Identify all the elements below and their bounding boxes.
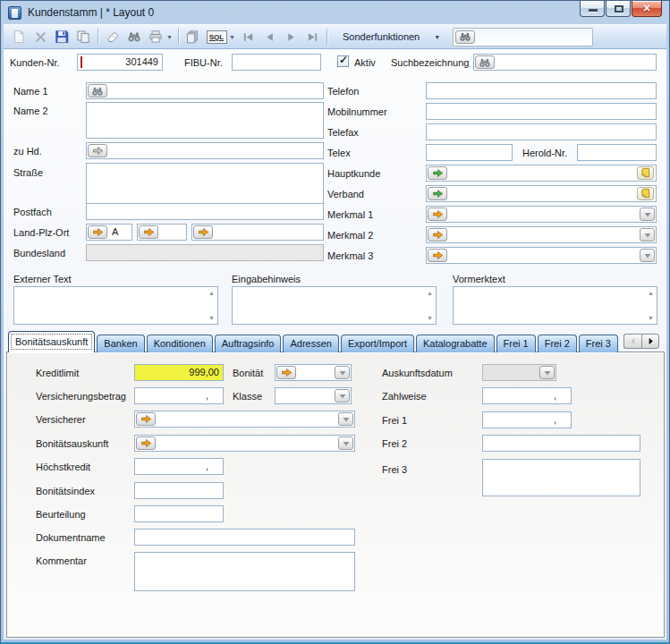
sql-button[interactable]: SQL: [204, 27, 229, 47]
name1-field[interactable]: [86, 82, 324, 99]
mobilnummer-field[interactable]: [426, 103, 657, 120]
versicherungsbetrag-field[interactable]: ,: [134, 387, 224, 404]
special-functions-menu[interactable]: Sonderfunktionen ▼: [343, 31, 440, 42]
merkmal1-field[interactable]: [426, 206, 657, 223]
fibu-nr-field[interactable]: [232, 54, 321, 71]
tab-adressen[interactable]: Adressen: [283, 335, 338, 352]
zu-hd-field[interactable]: [86, 142, 324, 159]
first-record-button[interactable]: [237, 27, 259, 47]
bonitaetsindex-field[interactable]: [134, 482, 224, 499]
bonitaetsauskunft-field[interactable]: [134, 435, 355, 452]
lookup-arrow-icon[interactable]: [428, 228, 447, 242]
find-icon[interactable]: [475, 55, 495, 69]
scroll-down-icon[interactable]: ▼: [208, 315, 215, 321]
print-dropdown-icon[interactable]: ▼: [166, 27, 174, 47]
new-document-button[interactable]: [8, 27, 30, 47]
lookup-arrow-icon[interactable]: [88, 144, 107, 157]
scroll-down-icon[interactable]: ▼: [648, 315, 654, 321]
erase-button[interactable]: [102, 27, 123, 47]
dropdown-icon[interactable]: [338, 412, 353, 426]
externer-text-area[interactable]: ▲ ▼: [13, 286, 218, 325]
name2-field[interactable]: [86, 102, 324, 139]
scroll-up-icon[interactable]: ▲: [648, 290, 654, 296]
tab-bonitaetsauskunft[interactable]: Bonitätsauskunft: [8, 331, 95, 352]
postfach-field[interactable]: [86, 203, 324, 220]
tab-banken[interactable]: Banken: [97, 335, 144, 352]
scroll-up-icon[interactable]: ▲: [427, 290, 433, 296]
kreditlimit-field[interactable]: 999,00: [134, 364, 224, 381]
frei3-field[interactable]: [482, 459, 640, 496]
copy-pages-button[interactable]: [182, 27, 204, 47]
zahlweise-field[interactable]: ,: [482, 387, 572, 404]
previous-record-button[interactable]: [259, 27, 280, 47]
lookup-arrow-icon[interactable]: [136, 412, 156, 426]
merkmal3-field[interactable]: [426, 247, 657, 264]
minimize-button[interactable]: [580, 1, 605, 17]
note-icon[interactable]: [637, 187, 654, 200]
find-button[interactable]: [123, 27, 145, 47]
kunden-nr-field[interactable]: 301449: [77, 54, 163, 71]
tab-frei-1[interactable]: Frei 1: [496, 335, 536, 352]
close-button[interactable]: ✕: [632, 1, 662, 17]
quick-search-find-icon[interactable]: [455, 30, 475, 44]
lookup-arrow-icon[interactable]: [428, 208, 447, 221]
herold-nr-field[interactable]: [577, 144, 657, 161]
save-button[interactable]: [51, 27, 72, 47]
telex-field[interactable]: [426, 144, 513, 161]
bonitaet-field[interactable]: [275, 364, 352, 381]
last-record-button[interactable]: [301, 27, 323, 47]
dropdown-icon[interactable]: [640, 208, 655, 221]
eingabehinweis-area[interactable]: ▲ ▼: [232, 286, 437, 325]
tab-scroll-right-icon[interactable]: [641, 334, 659, 349]
auskunftsdatum-field[interactable]: [482, 364, 556, 381]
merkmal2-field[interactable]: [426, 226, 657, 243]
klasse-field[interactable]: [275, 387, 352, 404]
lookup-arrow-icon[interactable]: [139, 225, 158, 239]
dropdown-icon[interactable]: [338, 436, 353, 450]
lookup-arrow-icon[interactable]: [428, 166, 447, 180]
dropdown-icon[interactable]: [539, 366, 555, 379]
lookup-arrow-icon[interactable]: [88, 225, 107, 239]
lookup-arrow-icon[interactable]: [428, 249, 447, 262]
lookup-arrow-icon[interactable]: [276, 366, 296, 379]
frei2-field[interactable]: [482, 435, 640, 452]
kommentar-field[interactable]: [134, 552, 355, 591]
titlebar[interactable]: Kundenstamm | * Layout 0: [1, 1, 669, 24]
telefax-field[interactable]: [426, 123, 657, 140]
dropdown-icon[interactable]: [335, 389, 350, 402]
next-record-button[interactable]: [280, 27, 301, 47]
tab-frei-3[interactable]: Frei 3: [579, 335, 618, 352]
dropdown-icon[interactable]: [335, 366, 350, 379]
sql-dropdown-icon[interactable]: ▼: [229, 27, 237, 47]
scroll-down-icon[interactable]: ▼: [427, 315, 433, 321]
scroll-up-icon[interactable]: ▲: [208, 290, 215, 296]
tab-scroll-left-icon[interactable]: [623, 334, 641, 349]
verband-field[interactable]: [426, 185, 657, 202]
tab-export-import[interactable]: Export/Import: [341, 335, 414, 352]
aktiv-checkbox[interactable]: ✓: [337, 55, 349, 67]
strasse-field[interactable]: [86, 163, 324, 204]
find-icon[interactable]: [88, 84, 107, 97]
plz-field[interactable]: [137, 224, 187, 241]
tab-auftragsinfo[interactable]: Auftragsinfo: [215, 335, 282, 352]
lookup-arrow-icon[interactable]: [193, 225, 213, 239]
ort-field[interactable]: [191, 224, 324, 241]
frei1-field[interactable]: ,: [482, 411, 572, 428]
lookup-arrow-icon[interactable]: [136, 436, 156, 450]
dokumentname-field[interactable]: [134, 529, 355, 546]
beurteilung-field[interactable]: [134, 505, 224, 522]
telefon-field[interactable]: [426, 82, 657, 99]
tab-konditionen[interactable]: Konditionen: [147, 335, 213, 352]
versicherer-field[interactable]: [134, 411, 355, 428]
dropdown-icon[interactable]: [640, 249, 655, 262]
quick-search-box[interactable]: [453, 28, 593, 47]
tab-katalograbatte[interactable]: Katalograbatte: [416, 335, 495, 352]
tab-frei-2[interactable]: Frei 2: [538, 335, 577, 352]
delete-button[interactable]: [30, 27, 51, 47]
print-button[interactable]: [145, 27, 166, 47]
vormerktext-area[interactable]: ▲ ▼: [453, 286, 657, 325]
hauptkunde-field[interactable]: [426, 165, 657, 182]
suchbezeichnung-field[interactable]: [473, 54, 657, 71]
lookup-arrow-icon[interactable]: [428, 187, 447, 200]
maximize-button[interactable]: [606, 1, 631, 17]
